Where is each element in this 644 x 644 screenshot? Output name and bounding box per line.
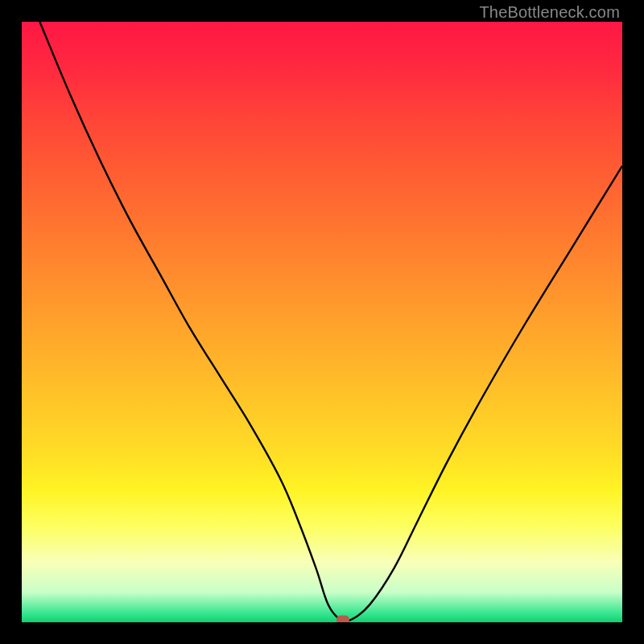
plot-area [22,22,622,622]
watermark-text: TheBottleneck.com [479,3,620,22]
optimal-point-marker [336,616,349,622]
chart-frame: TheBottleneck.com [0,0,644,644]
bottleneck-curve [22,22,622,622]
